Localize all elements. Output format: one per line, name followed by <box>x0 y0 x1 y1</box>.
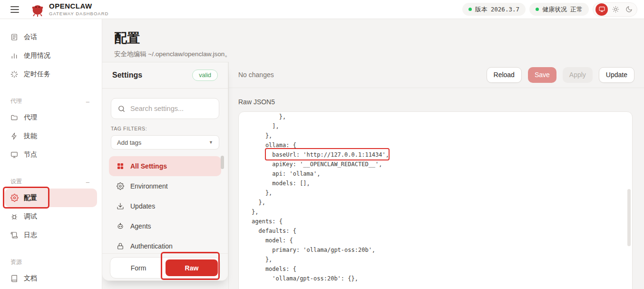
sidebar-item-usage[interactable]: 使用情况 <box>5 46 97 65</box>
valid-status-badge: valid <box>192 70 218 81</box>
theme-system-monitor-icon[interactable] <box>595 3 608 16</box>
download-icon <box>117 202 125 210</box>
reload-button[interactable]: Reload <box>487 67 522 83</box>
view-mode-segmented-control: Form Raw <box>110 257 220 279</box>
sidebar-item-sessions[interactable]: 会话 <box>5 28 97 46</box>
sidebar-item-config[interactable]: 配置 <box>5 189 97 207</box>
code-line: model: { <box>252 236 632 245</box>
sidebar-item-docs[interactable]: 文档 <box>5 269 97 288</box>
code-line: defaults: { <box>252 226 632 236</box>
document-icon <box>10 33 19 41</box>
menu-hamburger-icon[interactable] <box>7 2 23 17</box>
code-line: api: 'ollama', <box>252 169 632 179</box>
view-mode-footer: Form Raw <box>102 253 228 280</box>
nav-item-all-settings[interactable]: All Settings <box>109 156 221 176</box>
code-line-baseurl-highlighted: baseUrl: 'http://127.0.0.1:11434', <box>252 150 632 159</box>
sidebar-item-skills[interactable]: 技能 <box>5 127 97 145</box>
version-badge: 版本 2026.3.7 <box>462 3 526 16</box>
health-status-dot <box>536 8 539 11</box>
code-content: }, ], }, ollama: { baseUrl: 'http://127.… <box>239 112 632 283</box>
sidebar-item-cron-tasks[interactable]: 定时任务 <box>5 65 97 83</box>
theme-switcher <box>593 2 637 17</box>
section-title: 代理 <box>10 97 22 105</box>
settings-nav: All Settings Environment Updates Agents … <box>109 156 221 256</box>
bug-icon <box>10 213 19 220</box>
apply-button[interactable]: Apply <box>563 67 593 83</box>
sidebar-item-nodes[interactable]: 节点 <box>5 145 97 164</box>
lightning-icon <box>10 132 19 140</box>
settings-search[interactable] <box>111 98 219 119</box>
app-title: OPENCLAW <box>49 2 108 10</box>
spinner-icon <box>10 70 19 78</box>
settings-panel-header: Settings valid <box>102 62 228 89</box>
code-line: }, <box>252 188 632 198</box>
app-subtitle: GATEWAY DASHBOARD <box>49 11 108 16</box>
health-badge: 健康状况 正常 <box>529 3 589 16</box>
chevron-down-icon: ▼ <box>209 140 213 145</box>
brand-text: OPENCLAW GATEWAY DASHBOARD <box>49 2 108 16</box>
scrollbar-thumb[interactable] <box>221 156 224 169</box>
sidebar-item-label: 调试 <box>24 212 37 221</box>
collapse-icon[interactable]: – <box>84 98 91 105</box>
nav-item-agents[interactable]: Agents <box>109 216 221 236</box>
form-tab[interactable]: Form <box>112 259 165 276</box>
code-line: }, <box>252 207 632 217</box>
sidebar-item-logs[interactable]: 日志 <box>5 226 97 244</box>
theme-light-sun-icon[interactable] <box>610 4 621 15</box>
editor-toolbar: No changes Reload Save Apply Update <box>229 62 644 88</box>
code-scrollbar-thumb[interactable] <box>627 189 631 246</box>
sidebar-item-label: 文档 <box>24 274 37 283</box>
changes-status-text: No changes <box>238 71 274 79</box>
tag-filters-label: TAG FILTERS: <box>111 126 219 131</box>
editor-column: No changes Reload Save Apply Update Raw … <box>228 62 644 289</box>
version-label: 版本 <box>475 5 488 14</box>
nav-item-label: Environment <box>130 182 168 190</box>
settings-panel: Settings valid TAG FILTERS: Add tags ▼ A… <box>102 62 228 281</box>
settings-nav-scrollbar[interactable] <box>221 156 224 251</box>
sidebar-item-debug[interactable]: 调试 <box>5 207 97 226</box>
sidebar-item-label: 代理 <box>24 113 37 122</box>
code-line: primary: 'ollama/gpt-oss:20b', <box>252 245 632 255</box>
robot-icon <box>117 222 125 230</box>
sidebar-item-label: 日志 <box>24 231 37 239</box>
sidebar-section-resources: 资源 <box>0 252 102 269</box>
openclaw-logo-icon <box>30 2 45 17</box>
version-value: 2026.3.7 <box>491 6 519 13</box>
sidebar-item-agents[interactable]: 代理 <box>5 108 97 127</box>
code-line: }, <box>252 198 632 207</box>
add-tags-select[interactable]: Add tags ▼ <box>111 135 219 149</box>
sidebar-section-agents: 代理 – <box>0 91 102 108</box>
nav-item-environment[interactable]: Environment <box>109 176 221 196</box>
sidebar-item-label: 技能 <box>24 132 37 140</box>
code-line: 'ollama/gpt-oss:20b': {}, <box>252 274 632 283</box>
sidebar-item-label: 节点 <box>24 150 37 159</box>
grid-icon <box>117 162 125 170</box>
health-label: 健康状况 <box>542 5 567 14</box>
folder-icon <box>10 114 19 121</box>
scroll-icon <box>10 231 19 239</box>
code-line: }, <box>252 112 632 121</box>
theme-dark-moon-icon[interactable] <box>623 4 634 15</box>
sidebar-section-settings: 设置 – <box>0 171 102 189</box>
settings-panel-title: Settings <box>112 71 142 80</box>
health-value: 正常 <box>570 5 583 14</box>
top-header: OPENCLAW GATEWAY DASHBOARD 版本 2026.3.7 健… <box>0 0 644 19</box>
raw-tab[interactable]: Raw <box>166 259 218 276</box>
page-header: 配置 安全地编辑 ~/.openclaw/openclaw.json。 <box>102 19 644 62</box>
search-icon <box>117 105 126 113</box>
nav-item-updates[interactable]: Updates <box>109 196 221 216</box>
gear-icon <box>117 182 125 190</box>
nav-item-label: Updates <box>130 202 155 210</box>
app-sidebar: 会话 使用情况 定时任务 代理 – 代理 技能 节点 设置 – <box>0 19 102 289</box>
search-input[interactable] <box>130 105 219 112</box>
collapse-icon[interactable]: – <box>84 179 91 186</box>
save-button[interactable]: Save <box>528 67 556 83</box>
book-icon <box>10 275 19 282</box>
code-line: agents: { <box>252 217 632 226</box>
nav-item-label: All Settings <box>130 162 167 170</box>
page-title: 配置 <box>114 30 632 47</box>
raw-json5-label: Raw JSON5 <box>238 98 644 106</box>
raw-json5-editor[interactable]: }, ], }, ollama: { baseUrl: 'http://127.… <box>238 111 633 289</box>
section-title: 资源 <box>10 258 22 266</box>
update-button[interactable]: Update <box>599 67 634 83</box>
